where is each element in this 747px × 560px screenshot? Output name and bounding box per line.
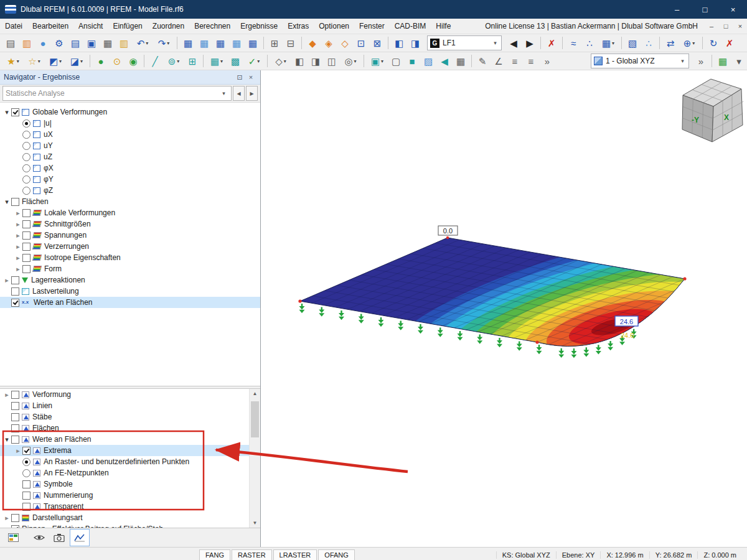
refresh-icon[interactable]: ↻ [705, 35, 721, 50]
settings-icon[interactable]: ⚙ [51, 35, 67, 50]
tree-expander-icon[interactable] [2, 390, 11, 399]
view-in-z-icon[interactable]: ◫ [324, 54, 340, 68]
object-snap-icon[interactable]: ⊚ [163, 54, 184, 68]
menu-datei[interactable]: Datei [0, 19, 27, 34]
tree-checkbox[interactable] [22, 243, 31, 251]
tree-item-werte-an-flaechen[interactable]: Werte an Flächen [0, 297, 260, 308]
result-table-icon[interactable]: ▦ [598, 35, 619, 50]
tree-checkbox[interactable] [22, 458, 31, 466]
separator[interactable] [388, 37, 388, 49]
tree-item-uy[interactable]: uY [0, 140, 260, 151]
tree-checkbox[interactable] [22, 220, 31, 228]
tree-item-isotrope-eigenschaften[interactable]: Isotrope Eigenschaften [0, 252, 260, 263]
tree-expander-icon[interactable] [14, 264, 22, 273]
animate-deformation-icon[interactable]: ⇄ [662, 35, 679, 50]
fe-mesh-settings-icon[interactable]: ▩ [227, 54, 243, 68]
tables-display-icon[interactable]: ▦ [228, 35, 245, 50]
tables-input-icon[interactable]: ▦ [196, 35, 212, 50]
panel-manager-tab[interactable] [4, 530, 22, 546]
tree-item-schnittgroessen[interactable]: Schnittgrößen [0, 218, 260, 230]
analysis-type-combo[interactable]: Statische Analyse ▾ [2, 86, 232, 101]
result-surface[interactable] [300, 187, 747, 466]
tree-item-verzerrungen[interactable]: Verzerrungen [0, 241, 260, 252]
tree-expander-icon[interactable] [14, 231, 22, 240]
tree-checkbox[interactable] [11, 276, 19, 284]
measure-icon[interactable]: ∠ [491, 54, 507, 68]
result-diagram-icon[interactable]: ▧ [624, 35, 641, 50]
print-icon[interactable]: ▦ [100, 35, 116, 50]
separator[interactable] [562, 37, 563, 49]
list-objects-icon[interactable]: ≡ [507, 54, 523, 68]
tree-item-symbole[interactable]: Symbole [0, 478, 250, 490]
tree-checkbox[interactable] [22, 142, 31, 150]
surface-release-icon[interactable]: ⊠ [369, 35, 385, 50]
result-values-icon[interactable]: ∴ [581, 35, 598, 50]
tree-checkbox[interactable] [22, 153, 31, 161]
tree-checkbox[interactable] [11, 108, 19, 116]
show-results-icon[interactable]: ≈ [565, 35, 581, 50]
result-grid-values-icon[interactable]: ∴ [641, 35, 657, 50]
tree-item-darstellungsart[interactable]: Darstellungsart [0, 512, 250, 523]
load-wizard-icon[interactable]: ◆ [304, 35, 321, 50]
mdi-close-button[interactable]: × [733, 20, 747, 32]
copy-results-icon[interactable]: ⊕ [679, 35, 700, 50]
combination-icon[interactable]: ◇ [337, 35, 353, 50]
tables-results-icon[interactable]: ▦ [180, 35, 196, 50]
redo-icon[interactable]: ↷ [153, 35, 174, 50]
view-isometric-icon[interactable]: ◇ [270, 54, 291, 68]
results-diagram-tab[interactable] [70, 529, 90, 546]
result-table-2-icon[interactable]: ▦ [453, 54, 469, 68]
separator[interactable] [301, 37, 302, 49]
tree-item-verformung[interactable]: Verformung [0, 389, 250, 400]
model-check-icon[interactable]: ✓ [243, 54, 265, 68]
tree-item-phix[interactable]: φX [0, 162, 260, 174]
menu-cad-bim[interactable]: CAD-BIM [390, 19, 431, 34]
tree-item-u-abs[interactable]: |u| [0, 118, 260, 129]
visibility-tab[interactable] [30, 530, 49, 546]
mdi-restore-button[interactable]: □ [719, 20, 733, 32]
fe-mesh-icon[interactable]: ▦ [206, 54, 227, 68]
menu-ansicht[interactable]: Ansicht [73, 19, 108, 34]
maximize-button[interactable]: □ [691, 0, 719, 19]
menu-ergebnisse[interactable]: Ergebnisse [235, 19, 283, 34]
guidelines-icon[interactable]: ╱ [147, 54, 163, 68]
max-value-label-selected[interactable]: 24.6 [615, 316, 638, 326]
grid-icon[interactable]: ⊞ [184, 54, 200, 68]
separator[interactable] [267, 55, 268, 67]
close-icon[interactable]: × [245, 73, 256, 81]
load-case-combo[interactable]: G LF1 ▾ [427, 35, 502, 50]
tree-item-staebe[interactable]: Stäbe [0, 411, 250, 422]
minimize-button[interactable]: – [663, 0, 691, 19]
next-result-button[interactable]: ▶ [246, 86, 258, 101]
save-icon[interactable]: ▣ [83, 35, 100, 50]
tree-item-lagerreaktionen[interactable]: Lagerreaktionen [0, 274, 260, 286]
separator[interactable] [364, 55, 364, 67]
ofang-toggle[interactable]: OFANG [318, 549, 355, 560]
transparency-display-icon[interactable]: ▨ [420, 54, 436, 68]
separator[interactable] [144, 55, 144, 67]
tree-item-ux[interactable]: uX [0, 129, 260, 140]
stop-calculation-icon[interactable]: ✗ [721, 35, 738, 50]
next-load-case-icon[interactable]: ▶ [522, 35, 538, 50]
tree-expander-icon[interactable] [2, 513, 11, 522]
fang-toggle[interactable]: FANG [199, 549, 230, 560]
tree-checkbox[interactable] [22, 254, 31, 262]
previous-result-button[interactable]: ◀ [233, 86, 245, 101]
tree-item-linien[interactable]: Linien [0, 400, 250, 411]
delete-results-icon[interactable]: ✗ [543, 35, 560, 50]
isolate-selection-icon[interactable]: ● [93, 54, 109, 68]
tree-checkbox[interactable] [11, 436, 19, 444]
menu-extras[interactable]: Extras [283, 19, 314, 34]
tree-checkbox[interactable] [11, 424, 19, 432]
toolbar-overflow-icon[interactable]: » [539, 54, 555, 68]
tree-checkbox[interactable] [22, 480, 31, 488]
tree-checkbox[interactable] [22, 503, 31, 511]
show-all-icon[interactable]: ◉ [125, 54, 141, 68]
tree-checkbox[interactable] [22, 131, 31, 139]
separator[interactable] [471, 55, 472, 67]
menu-berechnen[interactable]: Berechnen [189, 19, 235, 34]
menu-hilfe[interactable]: Hilfe [431, 19, 456, 34]
tree-expander-icon[interactable] [14, 253, 22, 262]
dlubal-online-icon[interactable]: ● [35, 35, 51, 50]
lraster-toggle[interactable]: LRASTER [273, 549, 317, 560]
